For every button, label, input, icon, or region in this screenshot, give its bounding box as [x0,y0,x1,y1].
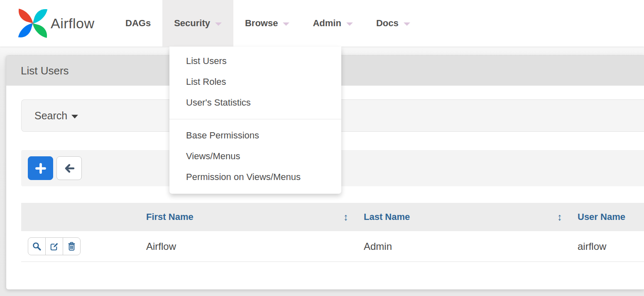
row-action-group [28,237,81,255]
menu-divider [169,119,341,119]
column-header-actions [21,203,142,231]
column-label: User Name [578,212,625,222]
top-navbar: Airflow DAGs Security Browse Admin Docs [0,0,644,47]
users-table: First Name ↕ Last Name ↕ User Name [21,203,644,262]
caret-down-icon [215,22,222,26]
cell-first-name: Airflow [142,231,358,261]
security-dropdown-menu: List Users List Roles User's Statistics … [169,47,341,194]
nav-item-label: Security [174,18,210,29]
nav-item-label: DAGs [125,18,151,29]
edit-icon [49,242,59,251]
sort-icon[interactable]: ↕ [557,203,562,231]
nav-item-browse[interactable]: Browse [233,0,301,47]
left-arrow-icon [63,162,76,175]
column-label: Last Name [364,212,410,222]
table-row: Airflow Admin airflow [21,231,644,262]
show-record-button[interactable] [28,237,46,255]
menu-item-permission-on-views-menus[interactable]: Permission on Views/Menus [169,167,341,187]
menu-item-views-menus[interactable]: Views/Menus [169,146,341,167]
brand[interactable]: Airflow [0,0,114,47]
nav-item-admin[interactable]: Admin [301,0,364,47]
caret-down-icon [404,22,410,26]
row-actions-cell [21,231,142,261]
caret-down-icon [283,22,289,26]
column-header-user-name[interactable]: User Name [571,203,644,231]
column-label: First Name [146,212,193,222]
edit-record-button[interactable] [45,237,63,255]
menu-item-list-users[interactable]: List Users [169,51,341,72]
search-label: Search [34,110,67,122]
back-button[interactable] [56,156,82,180]
caret-down-icon [71,115,78,118]
brand-name: Airflow [51,15,95,32]
cell-last-name: Admin [358,231,571,261]
trash-icon [67,242,76,251]
caret-down-icon [346,22,353,26]
table-header-row: First Name ↕ Last Name ↕ User Name [21,203,644,231]
plus-icon [34,162,47,175]
menu-item-users-statistics[interactable]: User's Statistics [169,92,341,113]
page-title: List Users [21,64,69,77]
nav-item-dags[interactable]: DAGs [114,0,162,47]
column-header-first-name[interactable]: First Name ↕ [142,203,358,231]
column-header-last-name[interactable]: Last Name ↕ [358,203,571,231]
delete-record-button[interactable] [63,237,81,255]
nav-item-label: Docs [376,18,399,29]
sort-icon[interactable]: ↕ [343,203,348,231]
nav-item-docs[interactable]: Docs [365,0,422,47]
nav-item-label: Browse [245,18,278,29]
nav-item-label: Admin [313,18,341,29]
main-nav: DAGs Security Browse Admin Docs [114,0,422,47]
magnifier-icon [32,242,42,251]
add-user-button[interactable] [28,156,53,180]
menu-item-list-roles[interactable]: List Roles [169,72,341,92]
nav-item-security[interactable]: Security [162,0,233,47]
airflow-logo-icon [16,6,50,40]
menu-item-base-permissions[interactable]: Base Permissions [169,125,341,146]
cell-user-name: airflow [571,231,644,261]
